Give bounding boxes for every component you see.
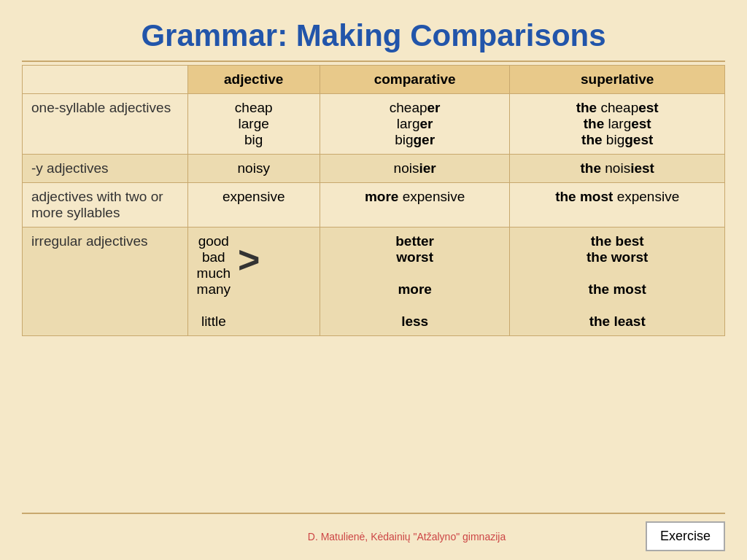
title-divider — [22, 61, 725, 62]
adjective-cell: cheaplargebig — [187, 94, 320, 155]
table-container: adjective comparative superlative one-sy… — [22, 65, 725, 510]
footer: D. Matulienė, Kėdainių "Atžalyno" gimnaz… — [22, 517, 725, 553]
header-category — [23, 66, 188, 94]
table-row: adjectives with two or more syllables ex… — [23, 183, 725, 228]
comparative-cell: noisier — [320, 155, 510, 183]
table-row: irregular adjectives goodbadmuchmanylitt… — [23, 228, 725, 336]
header-comparative: comparative — [320, 66, 510, 94]
table-row: one-syllable adjectives cheaplargebig ch… — [23, 94, 725, 155]
header-adjective: adjective — [187, 66, 320, 94]
superlative-cell: the bestthe worstthe mostthe least — [510, 228, 725, 336]
category-cell: adjectives with two or more syllables — [23, 183, 188, 228]
category-cell: one-syllable adjectives — [23, 94, 188, 155]
comparative-cell: more expensive — [320, 183, 510, 228]
header-superlative: superlative — [510, 66, 725, 94]
page-title: Grammar: Making Comparisons — [22, 7, 725, 61]
category-cell: -y adjectives — [23, 155, 188, 183]
superlative-cell: the most expensive — [510, 183, 725, 228]
exercise-button[interactable]: Exercise — [646, 521, 725, 551]
comparative-cell: cheaperlargerbigger — [320, 94, 510, 155]
adjective-cell: noisy — [187, 155, 320, 183]
adjective-list: goodbadmuchmanylittle — [197, 233, 231, 330]
table-header-row: adjective comparative superlative — [23, 66, 725, 94]
superlative-cell: the noisiest — [510, 155, 725, 183]
adjective-cell: expensive — [187, 183, 320, 228]
grammar-table: adjective comparative superlative one-sy… — [22, 65, 725, 336]
comparative-cell: betterworstmoreless — [320, 228, 510, 336]
table-row: -y adjectives noisy noisier the noisiest — [23, 155, 725, 183]
footer-divider — [22, 513, 725, 514]
adjective-cell: goodbadmuchmanylittle > — [187, 228, 320, 336]
page-wrapper: Grammar: Making Comparisons adjective co… — [0, 0, 747, 560]
superlative-cell: the cheapestthe largestthe biggest — [510, 94, 725, 155]
greater-than-symbol: > — [238, 241, 260, 279]
category-cell: irregular adjectives — [23, 228, 188, 336]
footer-credit: D. Matulienė, Kėdainių "Atžalyno" gimnaz… — [95, 531, 646, 542]
